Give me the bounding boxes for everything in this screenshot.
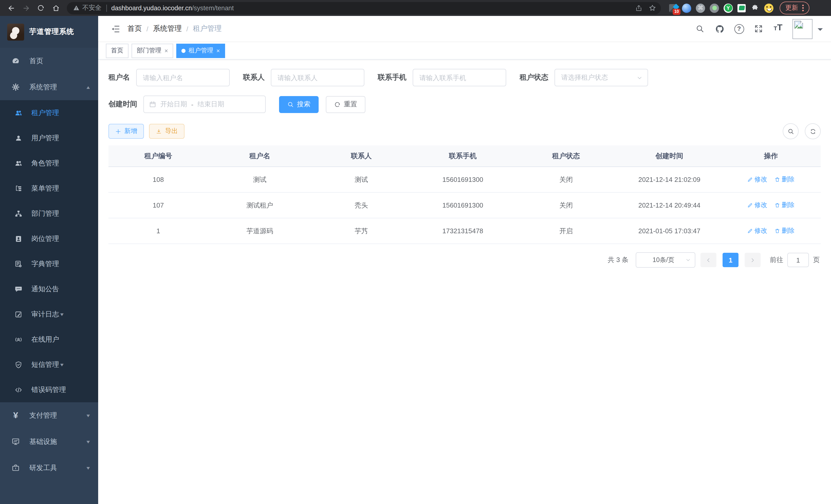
export-button[interactable]: 导出 <box>149 124 184 139</box>
sidebar-item-system[interactable]: 系统管理 ▲ <box>0 74 98 100</box>
reset-button[interactable]: 重置 <box>326 96 365 113</box>
status-placeholder: 请选择租户状态 <box>561 73 637 82</box>
edit-link[interactable]: 修改 <box>747 227 767 235</box>
browser-menu-icon[interactable] <box>802 5 804 11</box>
sidebar-item-notice[interactable]: 通知公告 <box>0 276 98 302</box>
home-icon[interactable] <box>49 2 63 14</box>
sidebar-item-devtools[interactable]: 研发工具 ▼ <box>0 455 98 481</box>
sidebar-item-role[interactable]: 角色管理 <box>0 151 98 176</box>
sidebar-item-errcode[interactable]: 错误码管理 <box>0 377 98 402</box>
edit-link[interactable]: 修改 <box>747 201 767 210</box>
status-select[interactable]: 请选择租户状态 <box>554 69 648 86</box>
sidebar-item-label: 角色管理 <box>31 158 59 168</box>
extension-balloon-icon[interactable] <box>682 3 691 12</box>
col-status: 租户状态 <box>514 145 618 167</box>
share-icon[interactable] <box>632 2 646 13</box>
col-actions: 操作 <box>721 145 821 167</box>
extension-y-icon[interactable]: Y <box>724 3 733 12</box>
sidebar-item-post[interactable]: 岗位管理 <box>0 226 98 251</box>
date-range-picker[interactable]: 开始日期 - 结束日期 <box>143 95 266 113</box>
users-icon <box>15 159 23 167</box>
search-button[interactable]: 搜索 <box>279 96 319 113</box>
dictionary-icon <box>15 260 23 268</box>
goto-page-input[interactable] <box>787 253 809 267</box>
close-icon[interactable]: × <box>217 47 220 54</box>
delete-link[interactable]: 删除 <box>774 175 795 184</box>
help-icon[interactable]: ? <box>733 23 745 35</box>
cell-phone: 17321315478 <box>411 218 514 244</box>
tab-dept[interactable]: 部门管理 × <box>132 43 173 58</box>
users-icon <box>15 109 23 117</box>
avatar[interactable] <box>793 19 812 39</box>
browser-update-button[interactable]: 更新 <box>780 2 809 14</box>
top-navbar: 首页 / 系统管理 / 租户管理 ? TT <box>98 16 831 42</box>
close-icon[interactable]: × <box>165 47 168 54</box>
extension-command-icon[interactable]: ⌘ <box>696 3 705 12</box>
sidebar-item-online[interactable]: 在线用户 <box>0 327 98 352</box>
delete-link[interactable]: 删除 <box>774 201 795 210</box>
col-phone: 联系手机 <box>411 145 514 167</box>
reload-icon[interactable] <box>34 2 48 14</box>
edit-link[interactable]: 修改 <box>747 175 767 184</box>
sidebar-item-tenant[interactable]: 租户管理 <box>0 100 98 125</box>
tenant-name-input[interactable] <box>136 69 230 86</box>
delete-link[interactable]: 删除 <box>774 227 795 235</box>
sidebar-item-home[interactable]: 首页 <box>0 48 98 74</box>
tab-tenant[interactable]: 租户管理 × <box>176 43 225 58</box>
user-menu-caret-icon[interactable] <box>818 28 823 33</box>
bookmark-star-icon[interactable] <box>646 2 659 13</box>
extensions-puzzle-icon[interactable] <box>750 3 760 12</box>
url-text[interactable]: dashboard.yudao.iocoder.cn/system/tenant <box>111 4 234 11</box>
extension-tiles-icon[interactable]: 10 <box>669 4 677 12</box>
breadcrumb-home[interactable]: 首页 <box>127 24 142 33</box>
sidebar-item-user[interactable]: 用户管理 <box>0 125 98 151</box>
sidebar-item-infra[interactable]: 基础设施 ▼ <box>0 428 98 455</box>
col-contact: 联系人 <box>311 145 411 167</box>
sidebar-item-sms[interactable]: 短信管理 ▼ <box>0 352 98 377</box>
trash-icon <box>774 202 780 208</box>
extension-recorder-icon[interactable] <box>710 3 719 12</box>
header-search-icon[interactable] <box>694 23 706 35</box>
add-button[interactable]: 新增 <box>109 124 144 139</box>
extension-chat-icon[interactable] <box>738 4 746 12</box>
phone-input[interactable] <box>413 69 506 86</box>
app-logo-row[interactable]: 芋道管理系统 <box>0 16 98 48</box>
user-icon <box>15 134 23 142</box>
forward-icon[interactable] <box>19 2 33 14</box>
sidebar: 芋道管理系统 首页 系统管理 ▲ 租户管理 <box>0 16 98 504</box>
refresh-table-icon[interactable] <box>805 123 821 139</box>
page-number-button[interactable]: 1 <box>722 253 739 267</box>
tab-label: 部门管理 <box>137 46 161 55</box>
tab-home[interactable]: 首页 <box>106 43 128 58</box>
prev-page-button[interactable] <box>700 253 716 267</box>
sidebar-item-audit[interactable]: 审计日志 ▼ <box>0 302 98 327</box>
page-size-select[interactable]: 10条/页 <box>636 252 695 268</box>
github-icon[interactable] <box>713 23 726 35</box>
extension-emoji-icon[interactable] <box>764 3 773 12</box>
contact-input[interactable] <box>271 69 364 86</box>
next-page-button[interactable] <box>745 253 761 267</box>
active-dot <box>181 49 185 53</box>
back-icon[interactable] <box>4 2 18 14</box>
chevron-down-icon: ▼ <box>85 439 91 444</box>
cell-created: 2021-12-14 20:49:44 <box>618 192 721 218</box>
breadcrumb-system[interactable]: 系统管理 <box>153 24 182 33</box>
toggle-search-icon[interactable] <box>783 123 799 139</box>
chevron-left-icon <box>706 257 711 263</box>
sidebar-item-pay[interactable]: ¥ 支付管理 ▼ <box>0 402 98 428</box>
sidebar-item-dept[interactable]: 部门管理 <box>0 201 98 226</box>
sidebar-fold-icon[interactable] <box>111 24 120 34</box>
extension-badge: 10 <box>673 8 681 14</box>
security-status[interactable]: 不安全 <box>73 4 102 12</box>
sidebar-item-label: 字典管理 <box>31 259 59 268</box>
sidebar-item-dict[interactable]: 字典管理 <box>0 251 98 276</box>
cell-actions: 修改删除 <box>721 167 821 192</box>
sidebar-item-label: 通知公告 <box>31 285 59 294</box>
url-bar[interactable]: 不安全 dashboard.yudao.iocoder.cn/system/te… <box>67 2 661 14</box>
app-logo <box>7 23 24 40</box>
chat-bubble-icon <box>15 285 23 293</box>
font-size-icon[interactable]: TT <box>772 23 784 35</box>
sidebar-item-menu[interactable]: 菜单管理 <box>0 176 98 201</box>
gear-icon <box>11 83 20 91</box>
fullscreen-icon[interactable] <box>752 23 765 35</box>
